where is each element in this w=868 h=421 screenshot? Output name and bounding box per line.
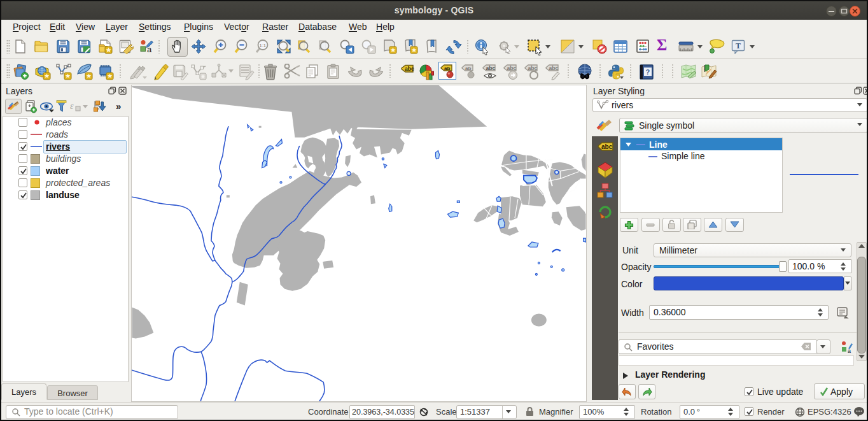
svg-text:T: T bbox=[736, 41, 741, 50]
svg-text:abc: abc bbox=[528, 65, 538, 71]
svg-text:a: a bbox=[147, 45, 152, 54]
svg-text:ab: ab bbox=[465, 66, 471, 71]
svg-text:abc: abc bbox=[549, 65, 559, 71]
svg-text:ε: ε bbox=[70, 101, 74, 111]
svg-text:ab: ab bbox=[444, 66, 450, 71]
svg-text:?: ? bbox=[646, 68, 650, 76]
svg-text:abc: abc bbox=[507, 65, 517, 71]
svg-text:a: a bbox=[848, 348, 851, 353]
svg-text:abc: abc bbox=[486, 65, 496, 71]
svg-text:abc: abc bbox=[405, 66, 414, 72]
svg-text:1:1: 1:1 bbox=[260, 43, 266, 48]
svg-text:abc: abc bbox=[601, 143, 613, 150]
